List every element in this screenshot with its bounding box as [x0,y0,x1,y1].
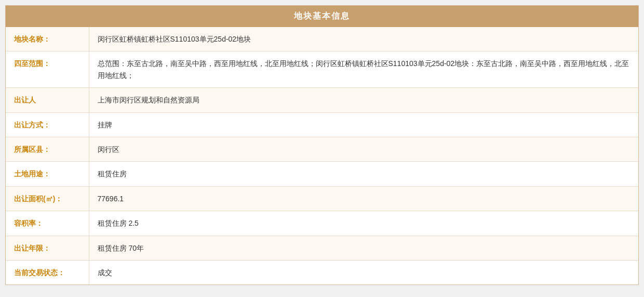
row-label: 所属区县： [6,137,89,161]
row-label: 当前交易状态： [6,260,89,285]
table-row: 出让人上海市闵行区规划和自然资源局 [6,88,638,112]
section-header: 地块基本信息 [6,6,638,27]
table-row: 出让面积(㎡)：77696.1 [6,186,638,211]
row-label: 四至范围： [6,51,89,88]
row-value: 闵行区虹桥镇虹桥社区S110103单元25d-02地块 [89,27,638,51]
row-value: 租赁住房 [89,162,638,186]
row-label: 出让面积(㎡)： [6,186,89,211]
row-label: 出让年限： [6,236,89,260]
table-row: 出让年限：租赁住房 70年 [6,236,638,260]
row-value: 77696.1 [89,186,638,211]
row-value: 总范围：东至古北路，南至吴中路，西至用地红线，北至用地红线；闵行区虹桥镇虹桥社区… [89,51,638,88]
table-row: 容积率：租赁住房 2.5 [6,211,638,236]
row-label: 出让方式： [6,112,89,137]
row-label: 地块名称： [6,27,89,51]
table-row: 四至范围：总范围：东至古北路，南至吴中路，西至用地红线，北至用地红线；闵行区虹桥… [6,51,638,88]
table-row: 出让方式：挂牌 [6,112,638,137]
header-title: 地块基本信息 [294,11,350,20]
row-value: 闵行区 [89,137,638,161]
row-label: 土地用途： [6,162,89,186]
info-table: 地块名称：闵行区虹桥镇虹桥社区S110103单元25d-02地块四至范围：总范围… [6,27,638,285]
table-row: 地块名称：闵行区虹桥镇虹桥社区S110103单元25d-02地块 [6,27,638,51]
row-value: 成交 [89,260,638,285]
table-row: 所属区县：闵行区 [6,137,638,161]
row-value: 上海市闵行区规划和自然资源局 [89,88,638,112]
table-row: 土地用途：租赁住房 [6,162,638,186]
row-label: 容积率： [6,211,89,236]
row-label: 出让人 [6,88,89,112]
row-value: 租赁住房 2.5 [89,211,638,236]
row-value: 租赁住房 70年 [89,236,638,260]
main-container: 地块基本信息 地块名称：闵行区虹桥镇虹桥社区S110103单元25d-02地块四… [5,5,639,285]
table-row: 当前交易状态：成交 [6,260,638,285]
row-value: 挂牌 [89,112,638,137]
